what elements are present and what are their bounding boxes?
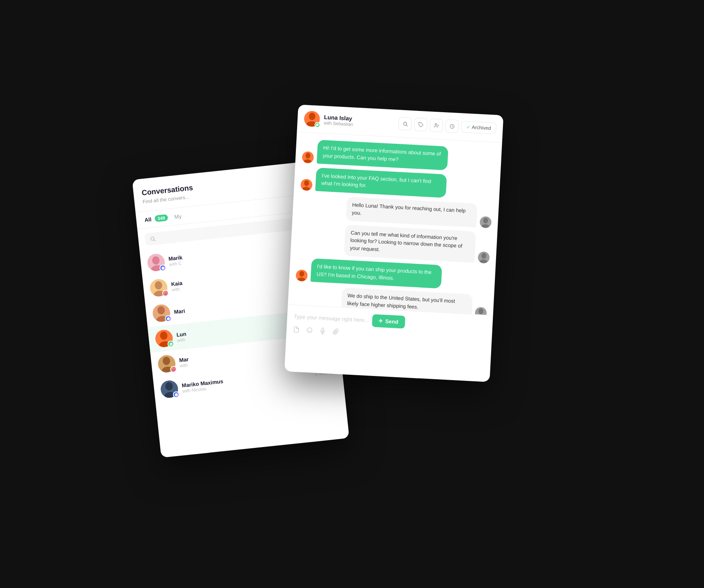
avatar-wrap bbox=[155, 329, 173, 348]
avatar-wrap bbox=[149, 278, 168, 297]
svg-rect-9 bbox=[164, 291, 167, 295]
message-row: I'd like to know if you can ship your pr… bbox=[295, 257, 489, 291]
channel-badge-instagram bbox=[162, 289, 169, 297]
message-bubble: I'd like to know if you can ship your pr… bbox=[310, 258, 442, 288]
file-icon[interactable] bbox=[293, 326, 300, 334]
chat-avatar-wrap bbox=[304, 111, 320, 127]
tab-all-badge: 349 bbox=[154, 214, 168, 222]
svg-point-57 bbox=[307, 327, 312, 333]
channel-badge-whatsapp bbox=[167, 340, 174, 348]
microphone-icon[interactable] bbox=[319, 327, 326, 336]
message-row: I've looked into your FAQ section, but I… bbox=[300, 166, 493, 200]
message-avatar bbox=[300, 179, 312, 191]
scene: Conversations Find all the convers... Al… bbox=[167, 109, 537, 479]
message-bubble: Hello Luna! Thank you for reaching out, … bbox=[346, 196, 478, 227]
archived-button[interactable]: ✓ Archived bbox=[461, 121, 496, 134]
svg-point-11 bbox=[166, 292, 166, 292]
chat-panel: Luna Islay with Sebastian ✓ Archi bbox=[284, 104, 503, 382]
message-row: Hello Luna! Thank you for reaching out, … bbox=[299, 194, 492, 228]
avatar-wrap bbox=[160, 379, 179, 398]
message-row: Hi! I'd to get some more informations ab… bbox=[302, 139, 495, 173]
svg-rect-21 bbox=[172, 367, 175, 371]
label-button[interactable] bbox=[414, 118, 428, 131]
channel-badge-messenger bbox=[159, 264, 166, 272]
assign-button[interactable] bbox=[429, 118, 443, 132]
send-label: Send bbox=[385, 318, 399, 325]
message-bubble: Can you tell me what kind of information… bbox=[344, 224, 476, 263]
message-avatar bbox=[478, 251, 489, 263]
archived-check: ✓ bbox=[466, 124, 470, 129]
channel-badge-instagram bbox=[170, 365, 177, 373]
svg-point-23 bbox=[174, 368, 174, 368]
search-button[interactable] bbox=[398, 117, 412, 131]
chat-header-actions: ✓ Archived bbox=[398, 117, 496, 135]
svg-point-22 bbox=[173, 369, 174, 370]
emoji-icon[interactable] bbox=[306, 327, 313, 335]
attachment-icon[interactable] bbox=[332, 328, 339, 337]
message-avatar bbox=[302, 151, 314, 163]
message-bubble: Hi! I'd to get some more informations ab… bbox=[316, 140, 448, 170]
chat-header-info: Luna Islay with Sebastian bbox=[323, 113, 395, 129]
channel-badge-messenger bbox=[172, 391, 180, 398]
clock-button[interactable] bbox=[445, 119, 459, 133]
send-button[interactable]: ✈ Send bbox=[372, 314, 405, 328]
avatar-wrap bbox=[146, 253, 165, 272]
tab-my[interactable]: My bbox=[174, 213, 182, 220]
send-icon: ✈ bbox=[379, 318, 383, 324]
channel-badge-messenger bbox=[164, 315, 172, 322]
archived-label: Archived bbox=[471, 124, 491, 131]
channel-badge-whatsapp bbox=[314, 122, 321, 128]
message-avatar bbox=[479, 216, 491, 228]
message-row: Can you tell me what kind of information… bbox=[297, 222, 490, 263]
message-avatar bbox=[475, 307, 487, 315]
avatar-wrap bbox=[152, 303, 171, 322]
tab-all[interactable]: All bbox=[144, 216, 151, 223]
svg-point-0 bbox=[150, 237, 154, 240]
message-input-placeholder: Type your message right here... bbox=[293, 313, 369, 323]
chat-messages: Hi! I'd to get some more informations ab… bbox=[288, 132, 502, 315]
search-icon bbox=[149, 235, 155, 242]
message-bubble: I've looked into your FAQ section, but I… bbox=[315, 167, 447, 198]
avatar-wrap bbox=[157, 354, 176, 373]
svg-point-32 bbox=[435, 123, 437, 125]
svg-point-30 bbox=[403, 122, 406, 125]
message-avatar bbox=[295, 269, 307, 281]
svg-point-10 bbox=[165, 293, 166, 294]
